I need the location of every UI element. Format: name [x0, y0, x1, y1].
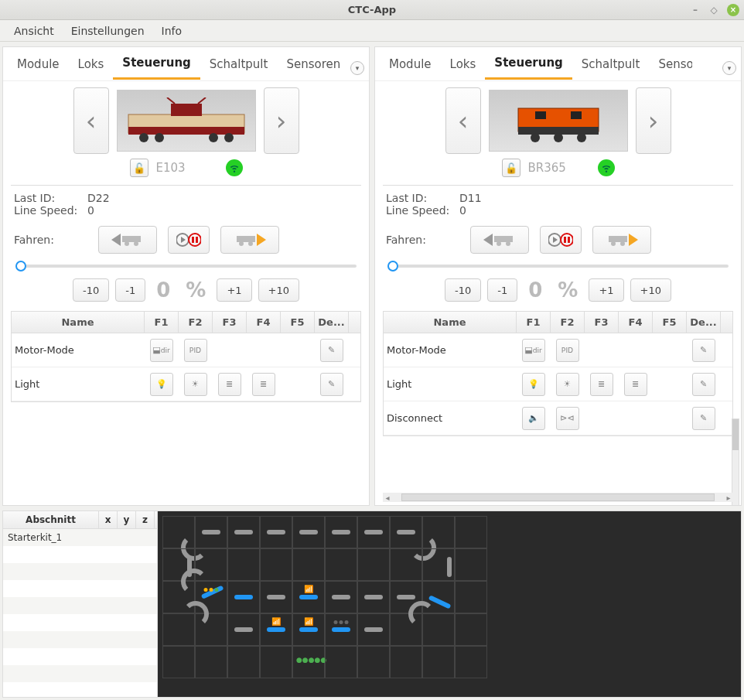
col-f4[interactable]: F4	[247, 312, 281, 333]
edit-button[interactable]: ✎	[320, 373, 343, 396]
chevron-left-icon: ‹	[86, 105, 97, 136]
func-beam-button[interactable]: ≣	[590, 373, 613, 396]
table-row[interactable]: Starterkit_1	[3, 529, 157, 546]
drive-forward-button[interactable]	[592, 226, 651, 254]
svg-point-14	[189, 234, 201, 246]
last-id-label: Last ID:	[386, 192, 459, 204]
func-beam2-button[interactable]: ≣	[624, 373, 647, 396]
speed-minus-1-button[interactable]: -1	[487, 278, 517, 302]
window-maximize-icon[interactable]: ◇	[708, 5, 719, 15]
tab-schaltpult[interactable]: Schaltpult	[572, 50, 650, 79]
col-name[interactable]: Name	[384, 312, 517, 333]
speed-minus-1-button[interactable]: -1	[115, 278, 145, 302]
svg-point-28	[497, 241, 501, 246]
func-dir-button[interactable]: ⬓dir	[150, 339, 173, 362]
col-name[interactable]: Name	[12, 312, 145, 333]
tab-overflow-icon[interactable]: ▾	[350, 61, 364, 75]
drive-reverse-button[interactable]	[98, 226, 157, 254]
col-f1[interactable]: F1	[517, 312, 551, 333]
pencil-icon: ✎	[328, 345, 335, 355]
edit-button[interactable]: ✎	[692, 373, 715, 396]
col-f5[interactable]: F5	[281, 312, 315, 333]
col-f1[interactable]: F1	[145, 312, 179, 333]
tab-sensoren[interactable]: Sensoren	[649, 50, 692, 79]
col-f3[interactable]: F3	[213, 312, 247, 333]
tab-schaltpult[interactable]: Schaltpult	[200, 50, 278, 79]
speed-minus-10-button[interactable]: -10	[73, 278, 109, 302]
speed-slider[interactable]	[375, 258, 741, 274]
drive-forward-button[interactable]	[220, 226, 279, 254]
func-rays-button[interactable]: ☀	[184, 373, 207, 396]
svg-point-36	[611, 241, 616, 246]
chevron-right-icon: ›	[648, 105, 659, 136]
func-speaker-button[interactable]: 🔈	[522, 407, 545, 430]
col-f5[interactable]: F5	[653, 312, 687, 333]
func-beam2-button[interactable]: ≣	[252, 373, 275, 396]
func-couple-button[interactable]: ⊳⊲	[556, 407, 579, 430]
speed-plus-10-button[interactable]: +10	[258, 278, 299, 302]
col-f3[interactable]: F3	[585, 312, 619, 333]
svg-point-24	[577, 133, 586, 142]
func-pid-button[interactable]: PID	[556, 339, 579, 362]
tab-loks[interactable]: Loks	[441, 50, 486, 79]
play-pause-button[interactable]	[540, 226, 582, 254]
window-minimize-icon[interactable]: –	[690, 5, 701, 15]
tab-module[interactable]: Module	[8, 50, 69, 79]
lock-button[interactable]: 🔓	[130, 159, 148, 177]
tab-steuerung[interactable]: Steuerung	[485, 48, 572, 80]
speed-value: 0	[156, 278, 170, 302]
tab-loks[interactable]: Loks	[69, 50, 114, 79]
col-abschnitt[interactable]: Abschnitt	[3, 511, 99, 528]
prev-loco-button[interactable]: ‹	[73, 87, 109, 154]
col-y[interactable]: y	[118, 511, 136, 528]
tab-sensoren[interactable]: Sensoren	[277, 50, 350, 79]
edit-button[interactable]: ✎	[692, 339, 715, 362]
lock-button[interactable]: 🔓	[502, 159, 520, 177]
func-pid-button[interactable]: PID	[184, 339, 207, 362]
edit-button[interactable]: ✎	[692, 407, 715, 430]
menu-einstellungen[interactable]: Einstellungen	[71, 25, 145, 37]
col-de[interactable]: De...	[687, 312, 721, 333]
menu-info[interactable]: Info	[162, 25, 183, 37]
func-dir-button[interactable]: ⬓dir	[522, 339, 545, 362]
svg-marker-31	[553, 237, 558, 243]
svg-point-3	[139, 133, 148, 142]
tab-overflow-icon[interactable]: ▾	[722, 61, 736, 75]
func-bulb-button[interactable]: 💡	[522, 373, 545, 396]
col-de[interactable]: De...	[315, 312, 349, 333]
track-canvas[interactable]: 📶 📶 📶 ●●●●●	[158, 511, 741, 697]
col-z[interactable]: z	[136, 511, 155, 528]
col-f2[interactable]: F2	[179, 312, 213, 333]
horizontal-scrollbar[interactable]	[401, 493, 715, 501]
speed-slider[interactable]	[3, 258, 369, 274]
col-x[interactable]: x	[99, 511, 118, 528]
tab-steuerung[interactable]: Steuerung	[113, 48, 200, 80]
func-beam-button[interactable]: ≣	[218, 373, 241, 396]
next-loco-button[interactable]: ›	[636, 87, 671, 154]
slider-thumb[interactable]	[15, 261, 26, 271]
menu-ansicht[interactable]: Ansicht	[14, 25, 54, 37]
col-f2[interactable]: F2	[551, 312, 585, 333]
scroll-left-icon[interactable]: ◂	[383, 493, 392, 502]
function-table: Name F1 F2 F3 F4 F5 De... Motor-Mode ⬓di…	[11, 311, 361, 402]
col-f4[interactable]: F4	[619, 312, 653, 333]
pencil-icon: ✎	[328, 379, 335, 389]
prev-loco-button[interactable]: ‹	[445, 87, 481, 154]
speed-minus-10-button[interactable]: -10	[445, 278, 481, 302]
speed-plus-1-button[interactable]: +1	[589, 278, 623, 302]
scroll-right-icon[interactable]: ▸	[724, 493, 733, 502]
svg-rect-17	[237, 236, 255, 242]
next-loco-button[interactable]: ›	[264, 87, 299, 154]
func-rays-button[interactable]: ☀	[556, 373, 579, 396]
play-pause-button[interactable]	[168, 226, 210, 254]
menubar: Ansicht Einstellungen Info	[0, 20, 744, 42]
edit-button[interactable]: ✎	[320, 339, 343, 362]
drive-reverse-button[interactable]	[470, 226, 529, 254]
svg-point-5	[209, 133, 218, 142]
slider-thumb[interactable]	[387, 261, 398, 271]
speed-plus-1-button[interactable]: +1	[217, 278, 251, 302]
tab-module[interactable]: Module	[380, 50, 441, 79]
window-close-icon[interactable]: ×	[727, 4, 739, 16]
func-bulb-button[interactable]: 💡	[150, 373, 173, 396]
speed-plus-10-button[interactable]: +10	[630, 278, 671, 302]
